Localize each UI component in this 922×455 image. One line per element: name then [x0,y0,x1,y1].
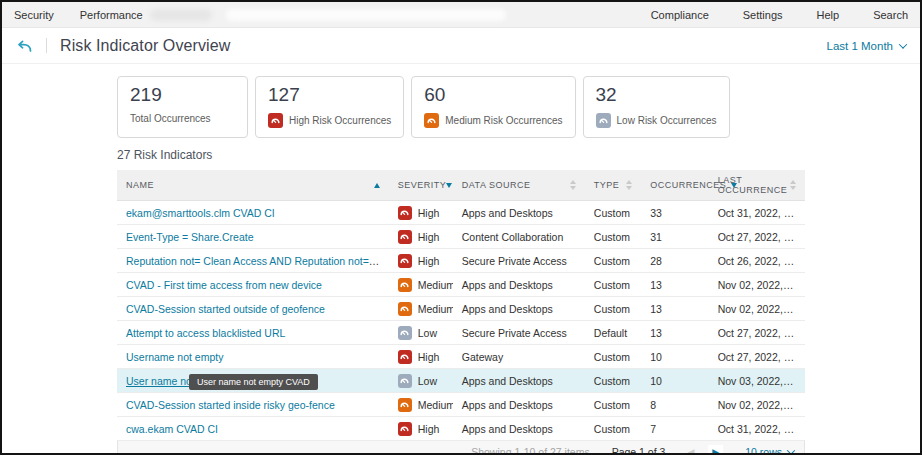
severity-cell: High [389,345,453,369]
back-button[interactable] [16,39,33,53]
rows-per-page-label: 10 rows [745,446,782,455]
high-risk-icon [268,113,283,128]
showing-items-text: Showing 1-10 of 27 items [471,446,589,455]
column-header-last-occurrence[interactable]: LAST OCCURRENCE [709,170,805,201]
filter-dropdown-icon[interactable] [446,183,452,188]
risk-indicator-link[interactable]: Username not empty [126,351,223,363]
time-period-selector[interactable]: Last 1 Month [827,40,906,52]
medium-risk-icon [398,398,412,412]
last-occurrence-cell: Oct 26, 2022, 17:25 [709,249,805,273]
occurrences-cell: 13 [641,297,708,321]
nav-item-settings[interactable]: Settings [743,9,783,21]
nav-right-group: ComplianceSettingsHelpSearch [617,9,908,21]
occurrences-cell: 13 [641,321,708,345]
last-occurrence-cell: Oct 31, 2022, 12:38 [709,417,805,441]
severity-cell: High [389,417,453,441]
column-header-severity[interactable]: SEVERITY [389,170,453,201]
name-cell: Reputation not= Clean Access AND Reputat… [117,249,389,273]
data-source-cell: Content Collaboration [453,225,585,249]
severity-cell: High [389,225,453,249]
occurrences-cell: 33 [641,201,708,225]
card-footer: Total Occurrences [130,113,235,124]
severity-cell: Medium [389,297,453,321]
column-header-occurrences[interactable]: OCCURRENCES [641,170,708,201]
column-header-data-source[interactable]: DATA SOURCE [453,170,585,201]
severity-label: Medium [418,399,453,411]
summary-cards-row: 219Total Occurrences127High Risk Occurre… [117,76,805,138]
column-label: SEVERITY [398,180,447,190]
table-row[interactable]: Attempt to access blacklisted URLLowSecu… [117,321,805,345]
summary-card-low-risk-occurrences[interactable]: 32Low Risk Occurrences [583,76,730,138]
tooltip: User name not empty CVAD [189,374,318,390]
nav-item-compliance[interactable]: Compliance [651,9,709,21]
card-footer: Medium Risk Occurrences [424,113,562,128]
nav-item-security[interactable]: Security [14,9,54,21]
app-window: SecurityPerformance ComplianceSettingsHe… [0,0,922,455]
summary-card-high-risk-occurrences[interactable]: 127High Risk Occurrences [255,76,404,138]
table-row[interactable]: cwa.ekam CVAD CIHighApps and DesktopsCus… [117,417,805,441]
risk-indicator-link[interactable]: Attempt to access blacklisted URL [126,327,285,339]
risk-indicator-link[interactable]: ekam@smarttools.clm CVAD CI [126,207,275,219]
card-label: Low Risk Occurrences [617,115,717,126]
data-source-cell: Secure Private Access [453,249,585,273]
table-body: ekam@smarttools.clm CVAD CIHighApps and … [117,201,805,441]
risk-indicator-link[interactable]: cwa.ekam CVAD CI [126,423,218,435]
nav-item-performance[interactable]: Performance [80,9,143,21]
sort-icon[interactable] [626,180,632,190]
column-label: TYPE [594,180,620,190]
table-row[interactable]: ekam@smarttools.clm CVAD CIHighApps and … [117,201,805,225]
type-cell: Custom [585,225,641,249]
sort-asc-icon[interactable] [374,183,380,188]
sort-icon[interactable] [790,180,796,190]
medium-risk-icon [398,278,412,292]
severity-label: High [418,207,440,219]
card-footer: Low Risk Occurrences [596,113,717,128]
severity-label: High [418,255,440,267]
table-row[interactable]: CVAD-Session started outside of geofence… [117,297,805,321]
occurrences-cell: 13 [641,273,708,297]
pagination-controls: ◀ ▶ [687,445,723,455]
header-divider [46,38,47,53]
rows-per-page-selector[interactable]: 10 rows [745,446,794,455]
last-occurrence-cell: Oct 27, 2022, 17:20 [709,345,805,369]
next-page-icon[interactable]: ▶ [708,445,723,455]
page-indicator: Page 1 of 3 [612,446,666,455]
name-cell: cwa.ekam CVAD CI [117,417,389,441]
severity-label: High [418,351,440,363]
card-label: Total Occurrences [130,113,211,124]
table-row[interactable]: Username not emptyHighGatewayCustom10Oct… [117,345,805,369]
table-row[interactable]: CVAD-Session started inside risky geo-fe… [117,393,805,417]
sort-icon[interactable] [570,180,576,190]
nav-item-help[interactable]: Help [817,9,840,21]
last-occurrence-cell: Nov 02, 2022, 10:12 [709,297,805,321]
name-cell: Attempt to access blacklisted URL [117,321,389,345]
summary-card-medium-risk-occurrences[interactable]: 60Medium Risk Occurrences [411,76,575,138]
name-cell: CVAD - First time access from new device [117,273,389,297]
data-source-cell: Secure Private Access [453,321,585,345]
summary-card-total-occurrences[interactable]: 219Total Occurrences [117,76,248,138]
severity-label: Low [418,375,437,387]
risk-indicator-link[interactable]: CVAD - First time access from new device [126,279,322,291]
severity-cell: Low [389,321,453,345]
severity-cell: High [389,249,453,273]
table-row[interactable]: Event-Type = Share.CreateHighContent Col… [117,225,805,249]
risk-indicator-link[interactable]: Reputation not= Clean Access AND Reputat… [126,255,389,267]
severity-cell: High [389,201,453,225]
risk-indicator-link[interactable]: CVAD-Session started outside of geofence [126,303,325,315]
column-header-type[interactable]: TYPE [585,170,641,201]
card-value: 32 [596,84,717,106]
type-cell: Custom [585,297,641,321]
severity-label: Medium [418,279,453,291]
risk-indicator-link[interactable]: CVAD-Session started inside risky geo-fe… [126,399,335,411]
type-cell: Custom [585,201,641,225]
redacted-area [150,9,506,21]
last-occurrence-cell: Oct 27, 2022, 10:29 [709,321,805,345]
severity-label: High [418,231,440,243]
table-row[interactable]: Reputation not= Clean Access AND Reputat… [117,249,805,273]
risk-indicator-link[interactable]: Event-Type = Share.Create [126,231,254,243]
data-source-cell: Apps and Desktops [453,393,585,417]
table-row[interactable]: CVAD - First time access from new device… [117,273,805,297]
column-header-name[interactable]: NAME [117,170,389,201]
nav-item-search[interactable]: Search [873,9,908,21]
previous-page-icon[interactable]: ◀ [687,448,694,455]
